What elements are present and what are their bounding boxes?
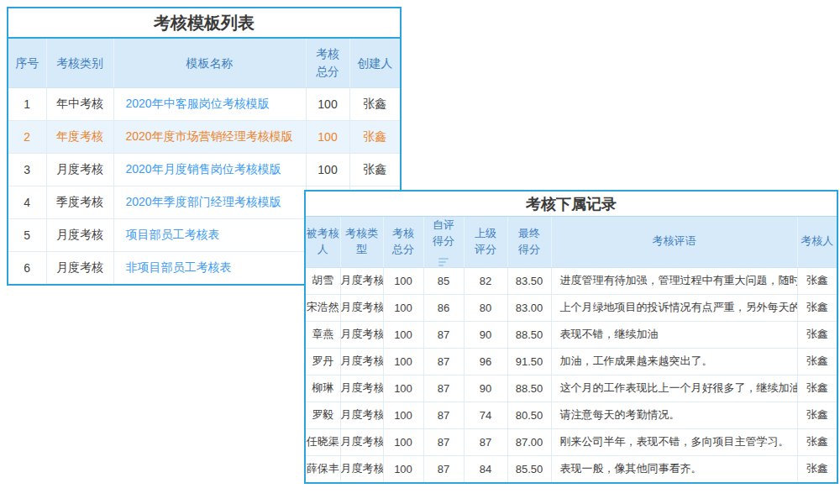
record-cell-comment: 进度管理有待加强，管理过程中有重大问题，随时... xyxy=(551,267,797,294)
records-table-header-row: 被考核 人考核类型考核 总分自评 得分上级 评分最终 得分考核评语考核人 xyxy=(306,217,837,267)
record-cell-name: 章燕 xyxy=(306,321,340,348)
column-header-label: 考核 总分 xyxy=(316,47,339,77)
record-cell-type: 月度考核 xyxy=(340,375,383,402)
sort-icon[interactable] xyxy=(438,258,449,266)
record-cell-assessor: 张鑫 xyxy=(797,348,837,375)
template-cell-name: 2020年月度销售岗位考核模版 xyxy=(113,153,306,186)
template-cell-no: 5 xyxy=(8,218,46,251)
record-cell-type: 月度考核 xyxy=(340,428,383,455)
table-row: 罗丹月度考核100879691.50加油，工作成果越来越突出了。张鑫 xyxy=(306,348,837,375)
record-cell-assessor: 张鑫 xyxy=(797,294,837,321)
template-cell-creator: 张鑫 xyxy=(349,120,400,153)
record-cell-superior: 82 xyxy=(464,267,507,294)
template-cell-no: 3 xyxy=(8,153,46,186)
template-name-link[interactable]: 2020年月度销售岗位考核模版 xyxy=(126,162,281,176)
record-cell-comment: 上个月绿地项目的投诉情况有点严重，另外每天的... xyxy=(551,294,797,321)
record-cell-assessor: 张鑫 xyxy=(797,402,837,428)
record-cell-total: 100 xyxy=(383,455,423,482)
record-cell-name: 薛保丰 xyxy=(306,455,340,482)
column-header-label: 考核类型 xyxy=(345,227,378,255)
template-name-link[interactable]: 2020年季度部门经理考核模版 xyxy=(126,195,281,208)
table-row: 宋浩然月度考核100868083.00上个月绿地项目的投诉情况有点严重，另外每天… xyxy=(306,294,837,321)
record-cell-total: 100 xyxy=(383,375,423,402)
column-header-6: 考核评语 xyxy=(551,217,797,267)
records-table-title: 考核下属记录 xyxy=(306,192,837,217)
record-cell-superior: 80 xyxy=(464,294,507,321)
record-cell-type: 月度考核 xyxy=(340,294,383,321)
record-cell-final: 80.50 xyxy=(507,402,551,428)
record-cell-total: 100 xyxy=(383,348,423,375)
template-table-title: 考核模板列表 xyxy=(8,8,400,39)
record-cell-total: 100 xyxy=(383,267,423,294)
column-header-3[interactable]: 自评 得分 xyxy=(423,217,464,267)
column-header-1: 考核类型 xyxy=(340,217,383,267)
template-table-header-row: 序号考核类别模板名称考核 总分创建人 xyxy=(8,39,400,87)
record-cell-name: 柳琳 xyxy=(306,375,340,402)
record-cell-final: 85.50 xyxy=(507,455,551,482)
records-table-panel: 考核下属记录 被考核 人考核类型考核 总分自评 得分上级 评分最终 得分考核评语… xyxy=(304,190,838,484)
record-cell-assessor: 张鑫 xyxy=(797,267,837,294)
record-cell-assessor: 张鑫 xyxy=(797,375,837,402)
template-cell-category: 季度考核 xyxy=(46,186,113,218)
column-header-4: 上级 评分 xyxy=(464,217,507,267)
column-header-label: 被考核 人 xyxy=(307,227,339,255)
record-cell-assessor: 张鑫 xyxy=(797,428,837,455)
record-cell-name: 胡雪 xyxy=(306,267,340,294)
column-header-label: 创建人 xyxy=(357,56,392,70)
column-header-5: 最终 得分 xyxy=(507,217,551,267)
column-header-0: 序号 xyxy=(8,39,46,87)
column-header-label: 考核评语 xyxy=(653,234,696,247)
record-cell-type: 月度考核 xyxy=(340,348,383,375)
template-name-link[interactable]: 非项目部员工考核表 xyxy=(126,260,232,274)
column-header-label: 考核类别 xyxy=(56,56,103,70)
record-cell-comment: 表现一般，像其他同事看齐。 xyxy=(551,455,797,482)
column-header-2: 考核 总分 xyxy=(383,217,423,267)
column-header-label: 序号 xyxy=(15,56,39,70)
record-cell-comment: 请注意每天的考勤情况。 xyxy=(551,402,797,428)
record-cell-assessor: 张鑫 xyxy=(797,455,837,482)
column-header-1: 考核类别 xyxy=(46,39,113,87)
record-cell-superior: 90 xyxy=(464,375,507,402)
record-cell-comment: 刚来公司半年，表现不错，多向项目主管学习。 xyxy=(551,428,797,455)
record-cell-name: 任晓渠 xyxy=(306,428,340,455)
record-cell-comment: 这个月的工作表现比上一个月好很多了，继续加油！ xyxy=(551,375,797,402)
record-cell-superior: 90 xyxy=(464,321,507,348)
table-row: 胡雪月度考核100858283.50进度管理有待加强，管理过程中有重大问题，随时… xyxy=(306,267,837,294)
column-header-0: 被考核 人 xyxy=(306,217,340,267)
table-row[interactable]: 3月度考核2020年月度销售岗位考核模版100张鑫 xyxy=(8,153,400,186)
table-row: 柳琳月度考核100879088.50这个月的工作表现比上一个月好很多了，继续加油… xyxy=(306,375,837,402)
template-cell-name: 2020年度市场营销经理考核模版 xyxy=(113,120,306,153)
table-row: 罗毅月度考核100877480.50请注意每天的考勤情况。张鑫 xyxy=(306,402,837,428)
record-cell-self: 87 xyxy=(423,428,464,455)
template-name-link[interactable]: 项目部员工考核表 xyxy=(126,228,220,241)
records-table: 被考核 人考核类型考核 总分自评 得分上级 评分最终 得分考核评语考核人 胡雪月… xyxy=(306,217,837,482)
record-cell-self: 87 xyxy=(423,348,464,375)
record-cell-type: 月度考核 xyxy=(340,267,383,294)
template-cell-name: 2020年中客服岗位考核模版 xyxy=(113,87,306,120)
column-header-2: 模板名称 xyxy=(113,39,306,87)
record-cell-final: 88.50 xyxy=(507,375,551,402)
record-cell-final: 88.50 xyxy=(507,321,551,348)
template-cell-no: 6 xyxy=(8,251,46,284)
table-row[interactable]: 1年中考核2020年中客服岗位考核模版100张鑫 xyxy=(8,87,400,120)
table-row: 任晓渠月度考核100878787.00刚来公司半年，表现不错，多向项目主管学习。… xyxy=(306,428,837,455)
column-header-4: 创建人 xyxy=(349,39,400,87)
template-cell-category: 年中考核 xyxy=(46,87,113,120)
column-header-label: 最终 得分 xyxy=(518,227,540,255)
column-header-3: 考核 总分 xyxy=(306,39,349,87)
record-cell-self: 87 xyxy=(423,321,464,348)
column-header-label: 考核人 xyxy=(801,234,833,247)
template-cell-creator: 张鑫 xyxy=(349,153,400,186)
table-row[interactable]: 2年度考核2020年度市场营销经理考核模版100张鑫 xyxy=(8,120,400,153)
record-cell-type: 月度考核 xyxy=(340,321,383,348)
template-cell-name: 非项目部员工考核表 xyxy=(113,251,306,284)
template-name-link[interactable]: 2020年中客服岗位考核模版 xyxy=(126,97,270,110)
record-cell-self: 86 xyxy=(423,294,464,321)
column-header-label: 考核 总分 xyxy=(392,227,414,255)
template-cell-name: 项目部员工考核表 xyxy=(113,218,306,251)
table-row: 章燕月度考核100879088.50表现不错，继续加油张鑫 xyxy=(306,321,837,348)
template-cell-score: 100 xyxy=(306,153,349,186)
template-cell-no: 1 xyxy=(8,87,46,120)
template-name-link[interactable]: 2020年度市场营销经理考核模版 xyxy=(126,129,293,143)
record-cell-self: 87 xyxy=(423,455,464,482)
